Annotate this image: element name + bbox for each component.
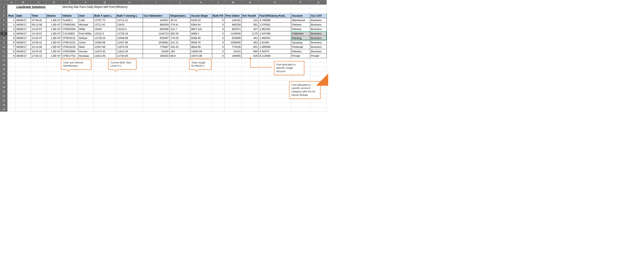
cell[interactable] (78, 76, 94, 81)
cell[interactable] (62, 72, 78, 76)
cell[interactable] (78, 89, 94, 94)
cell[interactable]: 32510 (225, 49, 242, 54)
row-head-14[interactable]: 14 (0, 63, 8, 67)
cell[interactable] (16, 107, 31, 112)
cell[interactable]: 2.079381 (259, 23, 291, 27)
cell[interactable]: Business (310, 49, 327, 54)
cell[interactable] (242, 85, 259, 89)
cell[interactable] (62, 76, 78, 81)
hdr-bulkfill[interactable]: Bulk Fill (212, 14, 225, 18)
cell[interactable] (46, 81, 62, 85)
cell[interactable] (143, 89, 170, 94)
cell[interactable] (116, 107, 143, 112)
cell[interactable]: Mark (78, 45, 94, 49)
cell[interactable]: 831 (242, 45, 259, 49)
cell[interactable] (46, 94, 62, 98)
cell[interactable]: 4.745089 (259, 18, 291, 23)
cell[interactable] (242, 81, 259, 85)
cell[interactable]: 5 (8, 36, 16, 40)
cell[interactable]: CFM17702 (62, 54, 78, 58)
cell[interactable]: 774236 (225, 45, 242, 49)
cell[interactable]: 68.9 (170, 54, 190, 58)
cell[interactable]: 0 (212, 18, 225, 23)
cell[interactable]: 441 (242, 36, 259, 40)
col-head-E[interactable]: E (62, 0, 78, 5)
cell[interactable] (78, 94, 94, 98)
cell[interactable] (242, 107, 259, 112)
hdr-time[interactable]: Time (31, 14, 46, 18)
cell[interactable] (62, 89, 78, 94)
cell[interactable]: 9268.45 (190, 36, 212, 40)
cell[interactable]: 0 (212, 49, 225, 54)
cell[interactable] (46, 63, 62, 67)
hdr-acc-cat[interactable]: Acc CAT (310, 14, 327, 18)
cell[interactable] (62, 107, 78, 112)
cell[interactable] (8, 103, 16, 107)
cell[interactable]: 775067 (143, 45, 170, 49)
cell[interactable] (78, 103, 94, 107)
cell[interactable] (31, 85, 46, 89)
cell[interactable] (116, 81, 143, 85)
cell[interactable] (8, 67, 16, 72)
cell[interactable] (170, 58, 190, 63)
cell[interactable]: 33205 (143, 49, 170, 54)
cell[interactable]: 1.6E+07 (46, 18, 62, 23)
cell[interactable] (242, 76, 259, 81)
cell[interactable] (46, 58, 62, 63)
cell[interactable]: 633497 (143, 36, 170, 40)
cell[interactable] (62, 85, 78, 89)
row-head-5[interactable]: 5 (0, 23, 8, 27)
cell[interactable]: 11973.35 (116, 45, 143, 49)
col-head-K[interactable]: K (190, 0, 212, 5)
cell[interactable]: 633056 (225, 36, 242, 40)
cell[interactable] (225, 89, 242, 94)
cell[interactable]: 9509.76 (190, 40, 212, 45)
cell[interactable] (16, 103, 31, 107)
cell[interactable]: 581 (242, 23, 259, 27)
col-head-A[interactable]: A (8, 0, 16, 5)
cell[interactable] (16, 81, 31, 85)
cell[interactable]: 104152 (225, 18, 242, 23)
cell[interactable] (31, 63, 46, 67)
cell[interactable]: CA228852 (62, 32, 78, 36)
col-head-C[interactable]: C (31, 0, 46, 5)
col-head-D[interactable]: D (46, 0, 62, 5)
cell[interactable] (225, 81, 242, 85)
cell[interactable] (31, 67, 46, 72)
cell[interactable]: 4 (8, 32, 16, 36)
hdr-vehicle[interactable]: Vehicle (62, 14, 78, 18)
cell[interactable]: 2.437456 (259, 32, 291, 36)
cell[interactable] (259, 89, 291, 94)
cell[interactable] (225, 58, 242, 63)
cell[interactable] (310, 107, 327, 112)
cell[interactable] (225, 85, 242, 89)
cell[interactable] (116, 76, 143, 81)
cell[interactable]: 12728.24 (94, 36, 116, 40)
cell[interactable] (242, 72, 259, 76)
cell[interactable] (116, 85, 143, 89)
cell[interactable] (310, 103, 327, 107)
cell[interactable]: 16:34:43 (31, 49, 46, 54)
col-head-M[interactable]: M (225, 0, 242, 5)
cell[interactable] (170, 89, 190, 94)
cell[interactable]: CFM19131 (62, 36, 78, 40)
cell[interactable] (143, 107, 170, 112)
cell[interactable] (8, 76, 16, 81)
cell[interactable] (259, 81, 291, 85)
cell[interactable] (170, 94, 190, 98)
cell[interactable] (46, 72, 62, 76)
cell[interactable]: 7 (8, 45, 16, 49)
cell[interactable]: 1143548 (225, 32, 242, 36)
cell[interactable]: 1.6E+07 (46, 54, 62, 58)
row-head-11[interactable]: 11 (0, 49, 8, 54)
cell[interactable] (212, 85, 225, 89)
cell[interactable] (8, 72, 16, 76)
cell[interactable] (31, 107, 46, 112)
cell[interactable] (212, 63, 225, 67)
cell[interactable] (16, 94, 31, 98)
cell[interactable]: Nicolaas (78, 54, 94, 58)
cell[interactable]: 660258 (225, 23, 242, 27)
cell[interactable] (212, 103, 225, 107)
cell[interactable]: 1.6E+07 (46, 45, 62, 49)
cell[interactable] (8, 98, 16, 103)
